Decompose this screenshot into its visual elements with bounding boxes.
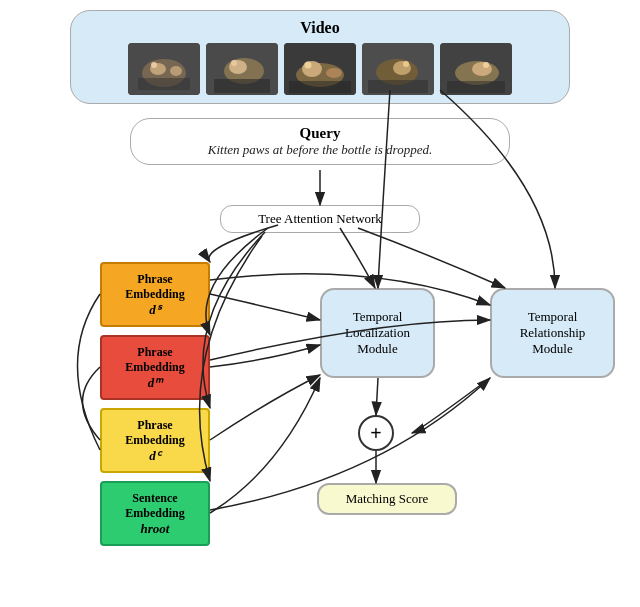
video-frame-5 [440,43,512,95]
phrase-red-line1: Phrase [137,345,172,360]
svg-point-20 [403,61,409,67]
svg-rect-10 [214,79,270,93]
plus-symbol: + [370,422,381,445]
matching-score-box: Matching Score [317,483,457,515]
tlm-box: Temporal Localization Module [320,288,435,378]
diagram: Video [0,0,640,607]
tan-label: Tree Attention Network [258,211,382,226]
phrase-orange-subscript: dˢ [149,302,161,318]
video-label: Video [300,19,339,37]
phrase-yellow-line1: Phrase [137,418,172,433]
video-frame-1 [128,43,200,95]
phrase-orange-line1: Phrase [137,272,172,287]
video-container: Video [70,10,570,104]
video-frame-3 [284,43,356,95]
phrase-yellow-subscript: dᶜ [149,448,161,464]
svg-point-9 [231,60,237,66]
video-frames [128,43,512,95]
svg-rect-16 [289,81,351,93]
svg-point-15 [326,68,342,78]
sentence-green-line1: Sentence [132,491,177,506]
svg-point-24 [472,62,492,76]
svg-rect-21 [368,80,428,93]
svg-rect-26 [447,81,505,93]
svg-point-3 [170,66,182,76]
phrase-red-line2: Embedding [125,360,184,375]
query-label: Query [151,125,489,142]
tan-box: Tree Attention Network [220,205,420,233]
plus-circle: + [358,415,394,451]
sentence-green-subscript: hroot [141,521,170,537]
video-frame-4 [362,43,434,95]
video-frame-2 [206,43,278,95]
tlm-label: Temporal Localization Module [330,309,425,357]
trm-box: Temporal Relationship Module [490,288,615,378]
query-text: Kitten paws at before the bottle is drop… [151,142,489,158]
phrase-orange-line2: Embedding [125,287,184,302]
sentence-embedding-green: Sentence Embedding hroot [100,481,210,546]
phrase-embedding-red: Phrase Embedding dᵐ [100,335,210,400]
svg-point-4 [151,62,157,68]
sentence-green-line2: Embedding [125,506,184,521]
query-container: Query Kitten paws at before the bottle i… [130,118,510,165]
phrase-embedding-yellow: Phrase Embedding dᶜ [100,408,210,473]
matching-label: Matching Score [346,491,429,506]
phrase-red-subscript: dᵐ [148,375,163,391]
trm-label: Temporal Relationship Module [500,309,605,357]
svg-point-25 [483,62,489,68]
phrase-embedding-orange: Phrase Embedding dˢ [100,262,210,327]
svg-point-14 [305,62,312,69]
phrase-yellow-line2: Embedding [125,433,184,448]
svg-rect-5 [138,78,190,90]
